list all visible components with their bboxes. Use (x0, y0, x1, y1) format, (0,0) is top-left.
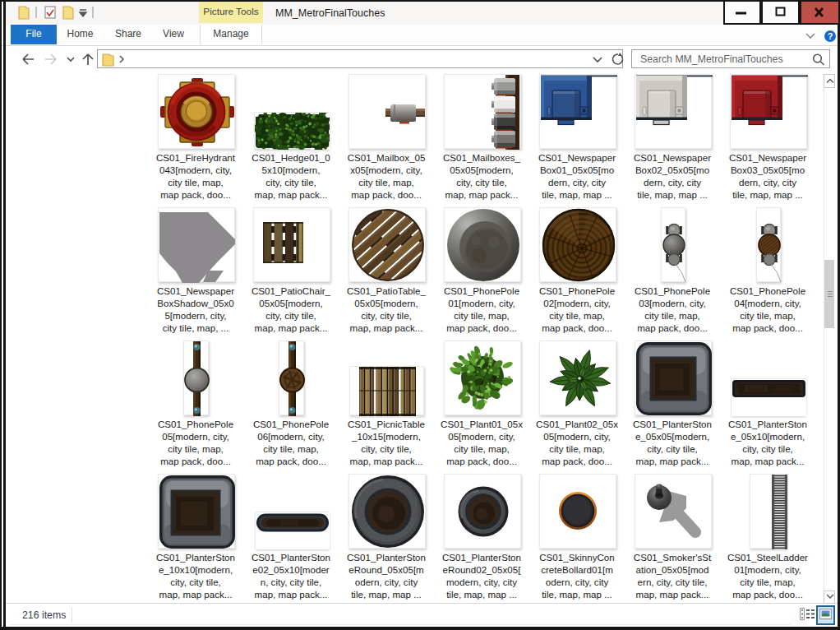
svg-text:?: ? (828, 31, 833, 41)
